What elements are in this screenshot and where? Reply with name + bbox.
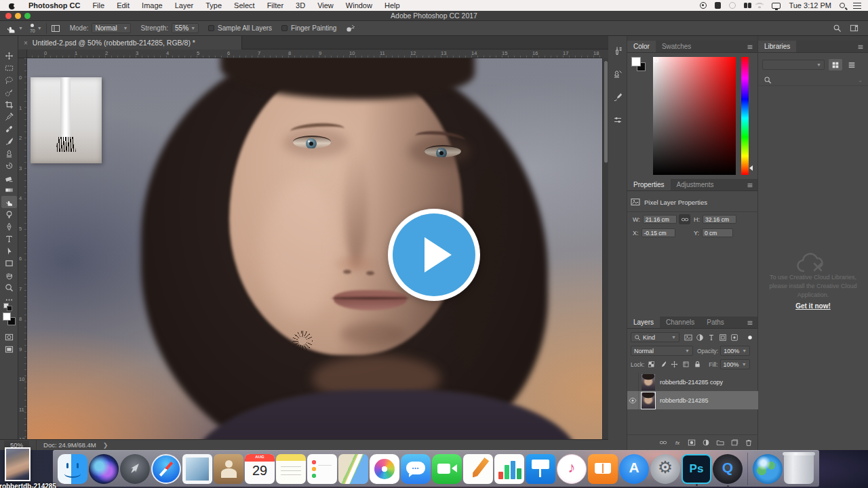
rectangular-marquee-tool[interactable] [1,62,17,74]
dodge-tool[interactable] [1,208,17,220]
properties-tab-adjustments[interactable]: Adjustments [671,179,720,190]
grid-view-button[interactable] [829,59,842,70]
video-play-button[interactable] [388,209,480,301]
menu-file[interactable]: File [86,1,111,9]
hue-slider[interactable] [741,57,749,175]
menu-help[interactable]: Help [378,1,406,9]
window-titlebar[interactable]: Adobe Photoshop CC 2017 [0,11,868,21]
app-store-dock-icon[interactable]: A [619,454,649,484]
mask-icon[interactable] [686,438,697,448]
layers-tab-channels[interactable]: Channels [660,317,701,328]
library-search-field[interactable]: ⌄ [758,75,868,86]
brushes-panel-icon[interactable] [608,43,627,59]
strength-dropdown[interactable]: 55%▼ [172,23,199,33]
type-tool[interactable] [1,232,17,245]
layer-visibility-toggle[interactable] [627,373,639,391]
layer-row[interactable]: robbertdb-214285 copy [627,373,758,391]
properties-panel-menu-icon[interactable] [746,179,757,190]
notification-center-icon[interactable] [853,3,861,9]
trash-dock-icon[interactable] [784,454,814,484]
photos-dock-icon[interactable] [370,454,399,484]
default-colors-icon[interactable] [3,303,14,310]
foreground-color-swatch[interactable] [631,57,641,66]
link-dimensions-button[interactable] [679,214,690,224]
list-view-button[interactable] [845,59,859,70]
gradient-tool[interactable] [1,184,17,196]
menu-type[interactable]: Type [199,1,228,9]
menu-filter[interactable]: Filter [261,1,290,9]
y-input[interactable]: 0 cm [702,228,733,237]
layers-tab-layers[interactable]: Layers [627,317,660,328]
photoshop-dock-icon[interactable]: Ps [682,454,711,484]
menu-window[interactable]: Window [340,1,378,9]
adjustment-layer-filter-icon[interactable] [694,332,705,342]
menu-3d[interactable]: 3D [290,1,311,9]
ibooks-dock-icon[interactable] [588,454,618,484]
lock-artboard-icon[interactable] [680,359,692,369]
adjustment-icon[interactable] [700,438,711,448]
link-icon[interactable] [657,438,669,448]
new-layer-icon[interactable] [728,438,740,448]
color-panel-menu-icon[interactable] [746,41,757,52]
binoculars-icon[interactable] [744,3,747,8]
move-tool[interactable] [1,49,17,62]
x-input[interactable]: -0.15 cm [642,228,675,237]
lock-move-icon[interactable] [669,359,680,369]
search-icon[interactable] [833,24,842,33]
eraser-tool[interactable] [1,171,17,184]
crop-tool[interactable] [1,98,17,110]
menu-select[interactable]: Select [228,1,261,9]
trash-icon[interactable] [743,438,754,448]
hand-tool[interactable] [1,269,17,281]
notes-dock-icon[interactable] [276,454,306,484]
layer-visibility-toggle[interactable] [627,391,639,409]
filter-toggle-icon[interactable] [744,332,755,342]
dim-circle-icon[interactable] [729,2,736,9]
system-preferences-dock-icon[interactable]: ⚙ [650,454,680,484]
mode-dropdown[interactable]: Normal▼ [92,23,131,33]
messages-dock-icon[interactable]: ••• [401,454,431,484]
spot-healing-tool[interactable] [1,123,17,135]
smart-object-filter-icon[interactable] [728,332,740,342]
quick-mask-icon[interactable] [0,333,18,342]
height-input[interactable]: 32.16 cm [703,215,736,224]
screen-mode-icon[interactable] [0,345,18,354]
close-document-icon[interactable]: × [24,39,28,47]
finder-dock-icon[interactable] [58,454,87,484]
library-select-dropdown[interactable]: ▼ [762,60,825,70]
smudge-tool[interactable] [1,196,17,208]
toggle-brush-panel-icon[interactable] [51,24,60,33]
record-icon[interactable] [700,2,707,9]
layer-row[interactable]: robbertdb-214285 [627,391,758,409]
type-layer-filter-icon[interactable] [705,332,717,342]
canvas[interactable] [27,58,602,450]
path-selection-tool[interactable] [1,245,17,257]
itunes-dock-icon[interactable]: ♪ [557,454,587,484]
fill-dropdown[interactable]: 100% ▼ [720,359,750,369]
width-input[interactable]: 21.16 cm [643,215,677,224]
lock-all-icon[interactable] [692,359,703,369]
layers-tab-paths[interactable]: Paths [701,317,730,328]
safari-dock-icon[interactable] [151,454,181,484]
keynote-dock-icon[interactable] [526,454,555,484]
foreground-color-swatch[interactable] [3,312,11,321]
finger-painting-checkbox[interactable] [281,25,288,31]
get-it-now-link[interactable]: Get it now! [762,302,864,310]
lock-transparent-icon[interactable] [646,359,657,369]
layer-thumbnail[interactable] [642,392,655,409]
workspace-switcher-icon[interactable] [850,24,859,33]
maps-dock-icon[interactable] [338,454,368,484]
smudge-tool-preset-icon[interactable] [5,23,16,34]
wifi-icon[interactable] [755,3,764,8]
menu-edit[interactable]: Edit [111,1,136,9]
calendar-dock-icon[interactable]: AUG29 [245,454,275,484]
menubar-clock[interactable]: Tue 3:12 PM [789,1,831,9]
menu-layer[interactable]: Layer [169,1,200,9]
sliders-panel-icon[interactable] [608,112,627,128]
pen-tool[interactable] [1,220,17,232]
quicktime-dock-icon[interactable]: Q [713,454,743,484]
display-icon[interactable] [772,3,781,9]
brush-tool[interactable] [1,135,17,147]
layer-filter-dropdown[interactable]: Kind ▼ [631,332,679,342]
facetime-dock-icon[interactable] [432,454,462,484]
